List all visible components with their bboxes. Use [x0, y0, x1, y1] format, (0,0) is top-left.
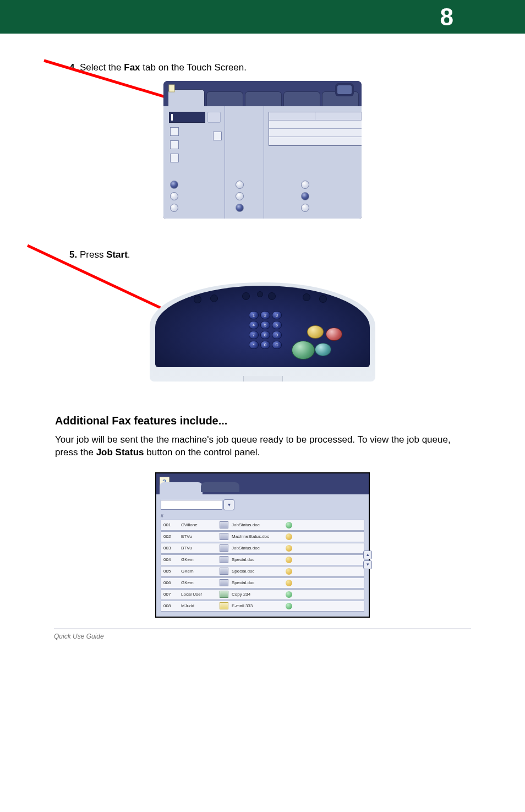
- panel-button[interactable]: [268, 292, 276, 300]
- list-row[interactable]: [269, 137, 362, 145]
- job-file: Special.doc: [232, 557, 282, 562]
- panel-button[interactable]: [242, 292, 250, 300]
- step-4-text-b: Fax: [124, 62, 140, 73]
- page-number: 8: [440, 3, 453, 31]
- clear-all-button[interactable]: [315, 343, 331, 356]
- step-5: 5. Press Start.: [69, 249, 444, 260]
- list-row[interactable]: [269, 129, 362, 137]
- option-checkbox-mid[interactable]: [213, 132, 222, 140]
- pc-icon: [220, 568, 228, 575]
- step-4-number: 4.: [69, 62, 77, 73]
- tab-3[interactable]: [245, 91, 282, 106]
- panel-base: [243, 376, 283, 382]
- option-radio[interactable]: [301, 181, 309, 189]
- key-6[interactable]: 6: [272, 321, 282, 329]
- add-button[interactable]: [207, 112, 221, 123]
- key-star[interactable]: *: [249, 341, 259, 349]
- job-id: 002: [163, 534, 178, 539]
- key-0[interactable]: 0: [260, 341, 270, 349]
- pc-icon: [220, 579, 228, 586]
- option-radio[interactable]: [236, 181, 244, 189]
- start-button[interactable]: [292, 341, 315, 359]
- machine-status-icon[interactable]: [335, 83, 354, 96]
- job-file: Copy 234: [232, 592, 282, 597]
- job-owner: GKem: [181, 557, 216, 562]
- column-header-id: #: [161, 513, 163, 519]
- step-4-text-c: tab on the Touch Screen.: [140, 62, 247, 73]
- key-8[interactable]: 8: [260, 331, 270, 339]
- panel-button[interactable]: [319, 295, 327, 303]
- status-pending-icon: [286, 545, 292, 552]
- key-5[interactable]: 5: [260, 321, 270, 329]
- tab-4[interactable]: [283, 91, 320, 106]
- filter-input[interactable]: [161, 500, 222, 510]
- control-panel-face: 1 2 3 4 5 6 7 8 9 * 0 C: [155, 286, 370, 367]
- job-owner: Local User: [181, 592, 216, 597]
- job-row[interactable]: 006GKemSpecial.doc: [161, 577, 364, 588]
- job-file: MachineStatus.doc: [232, 534, 282, 539]
- job-row[interactable]: 008MJuddE-mail 333: [161, 601, 364, 612]
- job-row[interactable]: 002BTVuMachineStatus.doc: [161, 531, 364, 542]
- key-2[interactable]: 2: [260, 311, 270, 319]
- job-row[interactable]: 004GKemSpecial.doc: [161, 554, 364, 565]
- pc-icon: [220, 591, 228, 598]
- job-file: JobStatus.doc: [232, 546, 282, 551]
- job-row[interactable]: 003BTVuJobStatus.doc: [161, 543, 364, 554]
- key-4[interactable]: 4: [249, 321, 259, 329]
- sub-body-c: button on the control panel.: [144, 447, 260, 457]
- scroll-down-icon[interactable]: ▾: [363, 560, 372, 569]
- scroll-up-icon[interactable]: ▴: [363, 551, 372, 559]
- recipients-list[interactable]: [269, 112, 362, 146]
- job-row[interactable]: 005GKemSpecial.doc: [161, 566, 364, 577]
- job-id: 004: [163, 557, 178, 562]
- key-9[interactable]: 9: [272, 331, 282, 339]
- job-row[interactable]: 001CVilloneJobStatus.doc: [161, 520, 364, 531]
- status-pending-icon: [286, 557, 292, 563]
- filter-dropdown-icon[interactable]: ▾: [223, 499, 234, 510]
- step-5-text-c: .: [128, 249, 130, 260]
- touchscreen-figure: [163, 81, 362, 219]
- key-7[interactable]: 7: [249, 331, 259, 339]
- option-radio[interactable]: [170, 204, 178, 212]
- step-5-text-b: Start: [106, 249, 128, 260]
- svg-rect-0: [169, 85, 174, 92]
- number-input[interactable]: [169, 112, 205, 123]
- job-status-tab-other[interactable]: [201, 482, 239, 492]
- option-radio[interactable]: [170, 181, 178, 189]
- job-id: 003: [163, 546, 178, 551]
- list-row[interactable]: [269, 121, 362, 129]
- status-pending-icon: [286, 533, 292, 540]
- option-radio[interactable]: [236, 204, 244, 212]
- option-radio[interactable]: [301, 192, 309, 200]
- panel-button[interactable]: [194, 296, 201, 303]
- job-owner: GKem: [181, 580, 216, 585]
- tab-2[interactable]: [206, 91, 243, 106]
- job-id: 005: [163, 569, 178, 574]
- job-owner: BTVu: [181, 546, 216, 551]
- job-status-tab-active[interactable]: [160, 482, 203, 494]
- panel-button[interactable]: [257, 291, 263, 297]
- control-panel-figure: 1 2 3 4 5 6 7 8 9 * 0 C: [150, 282, 375, 382]
- key-3[interactable]: 3: [272, 311, 282, 319]
- panel-button[interactable]: [210, 295, 218, 302]
- option-radio[interactable]: [170, 192, 178, 200]
- status-active-icon: [286, 603, 292, 609]
- key-1[interactable]: 1: [249, 311, 259, 319]
- option-radio[interactable]: [301, 204, 309, 212]
- pc-icon: [220, 556, 228, 563]
- option-checkbox-2[interactable]: [170, 140, 179, 149]
- option-radio[interactable]: [236, 192, 244, 200]
- panel-button[interactable]: [303, 293, 310, 301]
- job-status-figure: ▾ # 001CVilloneJobStatus.doc002BTVuMachi…: [155, 472, 370, 618]
- stop-button[interactable]: [326, 328, 342, 341]
- job-id: 007: [163, 592, 178, 597]
- key-c[interactable]: C: [272, 341, 282, 349]
- numeric-keypad: 1 2 3 4 5 6 7 8 9 * 0 C: [249, 311, 282, 349]
- status-active-icon: [286, 591, 292, 598]
- job-id: 001: [163, 522, 178, 527]
- job-row[interactable]: 007Local UserCopy 234: [161, 589, 364, 600]
- option-checkbox-3[interactable]: [170, 154, 179, 162]
- sub-title-text: Additional Fax features include...: [55, 415, 227, 427]
- option-checkbox-1[interactable]: [170, 127, 179, 136]
- interrupt-button[interactable]: [307, 325, 324, 339]
